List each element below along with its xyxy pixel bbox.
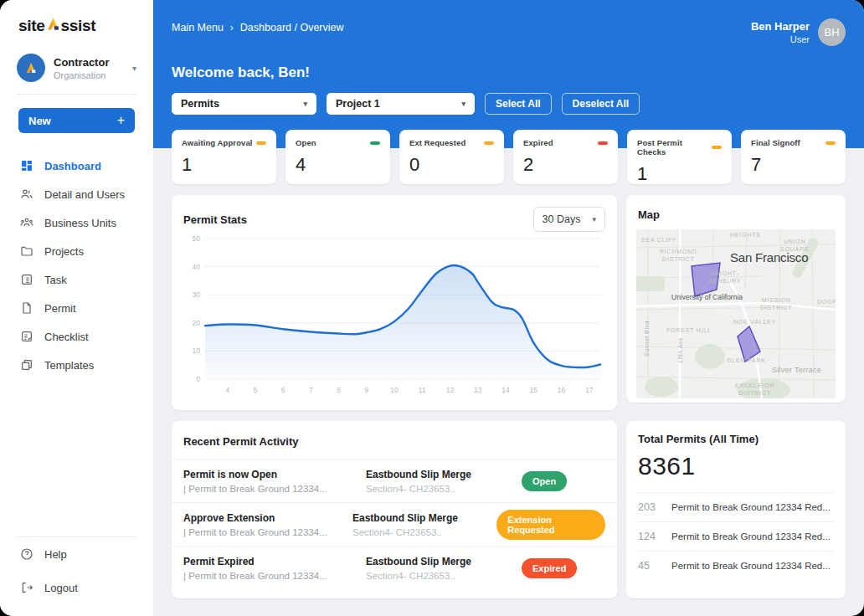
- sidebar-item-dashboard[interactable]: Dashboard: [0, 151, 153, 180]
- svg-text:13: 13: [474, 386, 482, 394]
- status-card-post-permit-checks[interactable]: Post Permit Checks 1: [627, 130, 732, 184]
- activity-project: Eastbound Slip Merge: [352, 512, 496, 524]
- sidebar-item-task[interactable]: Task: [0, 265, 153, 294]
- sidebar-nav: Dashboard Detail and Users Business Unit…: [0, 151, 153, 379]
- sidebar-item-checklist[interactable]: Checklist: [0, 322, 153, 351]
- permit-count: 203: [638, 501, 671, 513]
- sidebar-item-label: Task: [44, 274, 67, 286]
- org-texts: Contractor Organisation: [54, 56, 132, 80]
- chevron-down-icon: ▾: [592, 215, 596, 223]
- org-selector[interactable]: Contractor Organisation ▾: [17, 54, 141, 82]
- logo-a-icon: [46, 17, 60, 35]
- status-card-open[interactable]: Open 4: [285, 130, 390, 184]
- svg-text:7: 7: [309, 386, 313, 394]
- select-all-button[interactable]: Select All: [485, 93, 552, 115]
- sidebar-item-label: Detail and Users: [44, 188, 125, 201]
- status-card-expired[interactable]: Expired 2: [513, 130, 618, 184]
- status-card-label: Awaiting Approval: [182, 138, 253, 147]
- status-badge: Open: [522, 471, 567, 491]
- map-label-city: San Francisco: [730, 249, 808, 266]
- map-canvas[interactable]: SEA CLIFF HEIGHTS UNION SQUARE RICHMOND …: [636, 229, 836, 398]
- sidebar-divider: [17, 94, 136, 95]
- range-select[interactable]: 30 Days ▾: [533, 207, 605, 232]
- status-card-awaiting-approval[interactable]: Awaiting Approval 1: [172, 130, 276, 184]
- svg-text:14: 14: [501, 386, 510, 394]
- svg-text:15: 15: [529, 386, 537, 394]
- sidebar-item-permit[interactable]: Permit: [0, 294, 153, 322]
- sidebar-footer: Help Logout: [0, 537, 153, 604]
- deselect-all-button[interactable]: Deselect All: [562, 93, 640, 115]
- permit-count: 45: [638, 560, 671, 572]
- status-card-label: Expired: [523, 138, 553, 147]
- svg-text:9: 9: [364, 386, 368, 394]
- status-card-value: 2: [523, 154, 608, 176]
- breadcrumb-root[interactable]: Main Menu: [172, 22, 224, 33]
- status-indicator-icon: [712, 146, 722, 149]
- sidebar-item-projects[interactable]: Projects: [0, 237, 153, 265]
- permit-label: Permit to Break Ground 12334 Red...: [671, 502, 831, 512]
- user-avatar[interactable]: BH: [818, 18, 846, 46]
- activity-row[interactable]: Permit is now Open | Permit to Break Gro…: [172, 459, 617, 503]
- status-card-final-signoff[interactable]: Final Signoff 7: [741, 130, 846, 184]
- status-card-value: 1: [637, 163, 722, 185]
- total-permit-row[interactable]: 124 Permit to Break Ground 12334 Red...: [638, 522, 834, 552]
- map-panel: Map: [626, 195, 846, 403]
- svg-text:0: 0: [196, 375, 200, 383]
- svg-text:6: 6: [281, 386, 285, 394]
- sidebar-item-label: Business Units: [44, 217, 116, 229]
- activity-row[interactable]: Approve Extension | Permit to Break Grou…: [172, 503, 617, 547]
- map-label: EXCELSIOR DISTRICT: [735, 382, 774, 398]
- logo-text-left: site: [18, 17, 45, 35]
- user-name: Ben Harper: [751, 20, 810, 33]
- map-label: NOE VALLEY: [733, 318, 776, 326]
- map-label: GLEN PARK: [727, 357, 766, 364]
- status-card-value: 0: [409, 154, 494, 176]
- total-permits-panel: Total Permits (All Time) 8361 203 Permit…: [626, 421, 846, 598]
- users-icon: [19, 187, 33, 202]
- main-content: Main Menu › Dashboard / Overview Ben Har…: [153, 0, 864, 616]
- sidebar-item-logout[interactable]: Logout: [0, 571, 153, 604]
- map-label: Silver Terrace: [772, 365, 821, 375]
- plus-icon: +: [117, 113, 125, 128]
- activity-project: Eastbound Slip Merge: [366, 469, 522, 480]
- svg-text:12: 12: [446, 386, 455, 394]
- status-card-label: Open: [296, 138, 316, 147]
- status-indicator-icon: [370, 141, 380, 145]
- sidebar-item-business-units[interactable]: Business Units: [0, 208, 153, 237]
- activity-event-col: Approve Extension | Permit to Break Grou…: [183, 512, 352, 537]
- sidebar-item-help[interactable]: Help: [0, 537, 153, 571]
- svg-text:40: 40: [193, 263, 201, 271]
- sidebar-item-label: Checklist: [44, 331, 89, 343]
- sidebar: sitessist Contractor Organisation ▾ New …: [0, 0, 153, 616]
- sidebar-item-label: Templates: [44, 359, 94, 372]
- folder-icon: [19, 244, 33, 259]
- activity-event: Permit Expired: [183, 556, 366, 567]
- project-select[interactable]: Project 1 ▾: [327, 93, 475, 115]
- breadcrumb-current: Dashboard / Overview: [240, 22, 344, 33]
- svg-text:10: 10: [193, 346, 201, 355]
- activity-row[interactable]: Permit Expired | Permit to Break Ground …: [172, 547, 617, 590]
- copy-icon: [19, 358, 33, 372]
- dashboard-icon: [19, 159, 33, 173]
- total-permit-row[interactable]: 45 Permit to Break Ground 12334 Red...: [638, 552, 834, 580]
- permit-label: Permit to Break Ground 12334 Red...: [671, 531, 831, 542]
- status-indicator-icon: [825, 141, 836, 145]
- status-card-ext-requested[interactable]: Ext Requested 0: [399, 130, 504, 184]
- activity-detail: | Permit to Break Ground 12334...: [183, 484, 366, 494]
- activity-event: Permit is now Open: [183, 469, 366, 480]
- help-icon: [19, 547, 33, 562]
- topbar: Main Menu › Dashboard / Overview Ben Har…: [172, 0, 846, 46]
- status-indicator-icon: [256, 141, 266, 145]
- range-select-value: 30 Days: [543, 213, 581, 225]
- activity-section: Section4- CH23653..: [366, 571, 522, 581]
- chevron-down-icon: ▾: [461, 100, 465, 108]
- svg-text:10: 10: [390, 386, 399, 394]
- task-list-icon: [19, 273, 33, 287]
- map-label-road: Sunset Blvd: [643, 321, 651, 357]
- permits-select[interactable]: Permits ▾: [172, 93, 316, 115]
- new-button[interactable]: New +: [18, 108, 135, 133]
- sidebar-item-templates[interactable]: Templates: [0, 351, 153, 379]
- total-permit-row[interactable]: 203 Permit to Break Ground 12334 Red...: [638, 493, 834, 522]
- logout-icon: [19, 581, 33, 595]
- sidebar-item-detail-and-users[interactable]: Detail and Users: [0, 180, 153, 208]
